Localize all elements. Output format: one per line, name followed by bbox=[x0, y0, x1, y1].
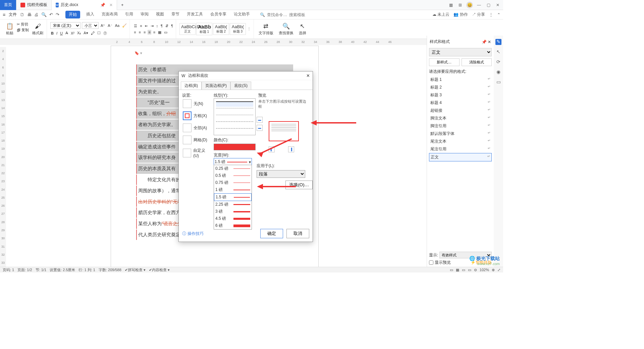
phonetic-icon[interactable]: ㊊ bbox=[103, 30, 108, 36]
clear-format-icon[interactable]: 🧹 bbox=[121, 23, 127, 28]
side-edit-icon[interactable]: ✎ bbox=[495, 39, 501, 45]
edge-bottom-button[interactable]: ▬ bbox=[257, 125, 263, 131]
indent-icon[interactable]: ⇥ bbox=[150, 23, 154, 29]
style-normal[interactable]: AaBbCcDd正文 bbox=[179, 23, 196, 35]
view-mode-icon[interactable]: ▭ bbox=[468, 268, 471, 272]
ribbon-tab-section[interactable]: 章节 bbox=[170, 11, 181, 18]
ribbon-tab-ref[interactable]: 引用 bbox=[124, 11, 135, 18]
tab-template[interactable]: 找稻壳模板 bbox=[16, 0, 52, 10]
avatar-icon[interactable]: 😀 bbox=[466, 2, 473, 8]
current-style-combo[interactable]: 正文 bbox=[429, 48, 492, 56]
width-option[interactable]: 0.75 磅 bbox=[214, 179, 252, 186]
options-button[interactable]: 选项(O)… bbox=[285, 181, 313, 189]
font-size-combo[interactable]: 小三 bbox=[82, 22, 99, 29]
find-replace-button[interactable]: 🔍查找替换 bbox=[277, 21, 295, 37]
side-refresh-icon[interactable]: ⟳ bbox=[495, 59, 501, 65]
width-option[interactable]: 1.5 磅 bbox=[214, 193, 252, 201]
grow-font-icon[interactable]: A⁺ bbox=[100, 23, 106, 28]
collab-button[interactable]: 👥 协作 bbox=[453, 12, 468, 17]
panel-close-icon[interactable]: ✕ bbox=[488, 40, 491, 44]
undo-icon[interactable]: ↶ bbox=[49, 12, 53, 17]
hamburger-icon[interactable]: ≡ bbox=[3, 12, 5, 17]
tab-close-icon[interactable]: ✕ bbox=[109, 3, 113, 7]
status-page[interactable]: 页码: 1 bbox=[3, 267, 14, 272]
tip-link[interactable]: ⓘ 操作技巧 bbox=[182, 231, 204, 237]
cancel-button[interactable]: 取消 bbox=[286, 229, 309, 238]
style-list-item[interactable]: 尾注文本↵ bbox=[429, 138, 492, 145]
smart-layout-link[interactable]: ⚡智能排版 bbox=[471, 260, 492, 265]
ribbon-tab-layout[interactable]: 页面布局 bbox=[100, 11, 119, 18]
search-template-input[interactable] bbox=[289, 12, 309, 17]
fullscreen-icon[interactable]: ⤢ bbox=[497, 268, 500, 272]
print-icon[interactable]: 🖨 bbox=[34, 12, 39, 17]
spacing-icon[interactable]: ⇵ bbox=[165, 23, 169, 29]
ribbon-tab-paper[interactable]: 论文助手 bbox=[232, 11, 251, 18]
close-window-icon[interactable]: ✕ bbox=[494, 2, 501, 8]
style-list-item[interactable]: 标题 3↵ bbox=[429, 91, 492, 99]
show-combo[interactable]: 有效样式 bbox=[439, 252, 492, 258]
status-section[interactable]: 节: 1/1 bbox=[36, 267, 46, 272]
setting-all[interactable]: 全部(A) bbox=[182, 122, 211, 133]
dialog-close-icon[interactable]: ✕ bbox=[306, 73, 310, 78]
dialog-tab-shading[interactable]: 底纹(S) bbox=[230, 82, 251, 90]
share-button[interactable]: ↗ 分享 bbox=[472, 12, 485, 17]
copy-button[interactable]: 🗐 复制 bbox=[16, 27, 30, 33]
marks-icon[interactable]: ¶ bbox=[170, 23, 174, 28]
width-combo[interactable]: 1.5 磅▾ 0.25 磅0.5 磅0.75 磅1 磅1.5 磅2.25 磅3 … bbox=[214, 158, 252, 166]
shrink-font-icon[interactable]: A⁻ bbox=[107, 23, 113, 28]
styles-more-icon[interactable]: ⋮ bbox=[247, 27, 252, 32]
font-color-icon[interactable]: A▾ bbox=[83, 31, 89, 36]
align-left-icon[interactable]: ≡ bbox=[133, 30, 137, 35]
status-pages[interactable]: 页面: 1/2 bbox=[17, 267, 32, 272]
width-option[interactable]: 3 磅 bbox=[214, 208, 252, 215]
outdent-icon[interactable]: ⇤ bbox=[144, 23, 149, 29]
cut-button[interactable]: ✂ 剪切 bbox=[16, 21, 30, 27]
view-mode-icon[interactable]: ▦ bbox=[456, 268, 459, 272]
setting-box[interactable]: 方框(X) bbox=[182, 110, 211, 121]
style-list-item[interactable]: 标题 2↵ bbox=[429, 84, 492, 91]
search-command-input[interactable] bbox=[267, 12, 287, 17]
ribbon-tab-insert[interactable]: 插入 bbox=[85, 11, 96, 18]
layout-icon[interactable]: ▦ bbox=[447, 2, 454, 8]
menu-collapse-icon[interactable]: ⌃ bbox=[497, 12, 500, 17]
linetype-list[interactable] bbox=[214, 98, 256, 135]
tab-pin-icon[interactable]: 📌 bbox=[100, 3, 105, 7]
side-location-icon[interactable]: ◉ bbox=[495, 69, 501, 75]
color-combo[interactable] bbox=[214, 144, 256, 150]
preview-box[interactable] bbox=[269, 121, 299, 141]
width-option[interactable]: 0.5 磅 bbox=[214, 172, 252, 179]
case-icon[interactable]: Aa bbox=[114, 23, 120, 28]
line-option[interactable] bbox=[216, 101, 253, 107]
align-right-icon[interactable]: ≡ bbox=[143, 30, 146, 35]
preview-checkbox-label[interactable]: 显示预览 ⚡智能排版 bbox=[429, 260, 492, 265]
style-h2[interactable]: AaBb(标题 2 bbox=[213, 23, 229, 35]
width-option[interactable]: 2.25 磅 bbox=[214, 201, 252, 208]
bold-icon[interactable]: B bbox=[50, 31, 54, 36]
preview-checkbox[interactable] bbox=[429, 260, 433, 265]
dialog-title-bar[interactable]: W 边框和底纹 ✕ bbox=[179, 71, 313, 80]
text-layout-button[interactable]: ⇄文字排版 bbox=[257, 21, 275, 37]
underline-icon[interactable]: U bbox=[59, 31, 63, 36]
setting-custom[interactable]: 自定义(U) bbox=[182, 147, 211, 159]
status-content[interactable]: ✔内容检查 ▾ bbox=[149, 267, 170, 272]
status-spell[interactable]: ✔拼写检查 ▾ bbox=[125, 267, 146, 272]
setting-grid[interactable]: 网格(D) bbox=[182, 135, 211, 145]
style-list-item[interactable]: 标题 1↵ bbox=[429, 76, 492, 84]
new-icon[interactable]: 🗋 bbox=[20, 12, 24, 17]
view-mode-icon[interactable]: ▭ bbox=[462, 268, 465, 272]
edge-top-button[interactable]: ▬ bbox=[257, 117, 263, 123]
setting-none[interactable]: 无(N) bbox=[182, 98, 211, 109]
shading-icon[interactable]: ▦ bbox=[157, 30, 162, 35]
style-list-item[interactable]: 脚注引用↵ bbox=[429, 122, 492, 130]
strike-icon[interactable]: A̶ bbox=[65, 31, 69, 36]
apply-combo[interactable]: 段落 bbox=[257, 170, 305, 178]
side-book-icon[interactable]: ▭ bbox=[495, 79, 501, 85]
font-name-combo[interactable]: 宋体 (正文) bbox=[50, 22, 80, 29]
sort-icon[interactable]: ↕ bbox=[156, 23, 159, 28]
panel-pin-icon[interactable]: 📌 bbox=[482, 40, 487, 44]
ribbon-tab-review[interactable]: 审阅 bbox=[139, 11, 150, 18]
side-select-icon[interactable]: ↖ bbox=[495, 49, 501, 55]
zoom-out-icon[interactable]: ⊖ bbox=[474, 268, 477, 272]
zoom-in-icon[interactable]: ⊕ bbox=[492, 268, 495, 272]
highlight-icon[interactable]: 🖍 bbox=[90, 31, 95, 36]
